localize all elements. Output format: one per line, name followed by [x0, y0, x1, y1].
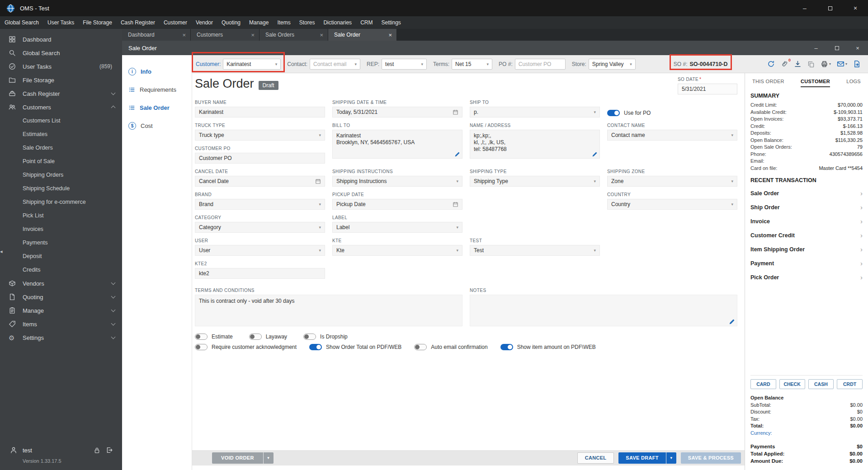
- terms-select[interactable]: Net 15 ▾: [452, 59, 492, 70]
- layaway-toggle[interactable]: [249, 334, 262, 340]
- menu-customer[interactable]: Customer: [164, 19, 187, 26]
- sidebar-item-estimates[interactable]: Estimates: [0, 127, 122, 141]
- download-icon[interactable]: [794, 60, 802, 68]
- recent-item-invoice[interactable]: Invoice›: [750, 214, 863, 228]
- tab-this-order[interactable]: THIS ORDER: [752, 79, 784, 87]
- close-icon[interactable]: ×: [251, 32, 255, 38]
- menu-global-search[interactable]: Global Search: [5, 19, 39, 26]
- edit-icon[interactable]: [592, 151, 598, 157]
- window-minimize-button[interactable]: –: [792, 0, 817, 16]
- notes-textarea[interactable]: [470, 295, 737, 326]
- window-maximize-button[interactable]: [817, 0, 843, 16]
- menu-file-storage[interactable]: File Storage: [83, 19, 112, 26]
- rep-select[interactable]: test ▾: [382, 59, 427, 70]
- customer-select[interactable]: Karinatest ▾: [223, 59, 281, 70]
- subnav-item-requirements[interactable]: Requirements: [122, 80, 192, 99]
- is-dropship-toggle[interactable]: [303, 334, 316, 340]
- calendar-icon[interactable]: [315, 179, 321, 184]
- po-number-input[interactable]: Customer PO: [515, 59, 566, 70]
- kte2-input[interactable]: kte2: [195, 268, 325, 279]
- currency-link[interactable]: Currency:: [750, 430, 772, 437]
- show-item-amount-toggle[interactable]: [500, 344, 513, 350]
- tab-sale-order[interactable]: Sale Order ×: [328, 29, 397, 41]
- crdt-button[interactable]: CRDT: [837, 379, 863, 389]
- shipping-type-select[interactable]: Shipping Type ▾: [470, 176, 600, 187]
- sidebar-item-cash-register[interactable]: Cash Register: [0, 87, 122, 100]
- sidebar-item-sale-orders[interactable]: Sale Orders: [0, 141, 122, 155]
- sidebar-item-payments[interactable]: Payments: [0, 236, 122, 249]
- recent-item-payment[interactable]: Payment›: [750, 256, 863, 270]
- menu-vendor[interactable]: Vendor: [196, 19, 213, 26]
- store-select[interactable]: Spring Valley ▾: [589, 59, 636, 70]
- tab-dashboard[interactable]: Dashboard ×: [122, 29, 191, 41]
- tab-sale-orders[interactable]: Sale Orders ×: [259, 29, 328, 41]
- calendar-icon[interactable]: [453, 202, 458, 207]
- recent-item-item-shipping-order[interactable]: Item Shipping Order›: [750, 242, 863, 256]
- subnav-item-sale-order[interactable]: Sale Order: [122, 99, 192, 117]
- sidebar-item-settings[interactable]: ⚙ Settings: [0, 331, 122, 344]
- export-icon[interactable]: [853, 60, 861, 68]
- customer-po-input[interactable]: Customer PO: [195, 153, 325, 164]
- use-for-po-toggle[interactable]: [607, 110, 620, 116]
- panel-restore-button[interactable]: [826, 41, 847, 55]
- test-select[interactable]: Test ▾: [470, 245, 600, 256]
- sidebar-item-manage[interactable]: Manage: [0, 304, 122, 317]
- sidebar-item-dashboard[interactable]: Dashboard: [0, 33, 122, 46]
- cancel-date-input[interactable]: Cancel Date: [195, 176, 325, 187]
- panel-close-button[interactable]: ×: [847, 41, 868, 55]
- close-icon[interactable]: ×: [320, 32, 323, 38]
- sidebar-item-quoting[interactable]: Quoting: [0, 290, 122, 304]
- sidebar-item-shipping-ecommerce[interactable]: Shipping for e-commerce: [0, 195, 122, 209]
- require-acknowledgment-toggle[interactable]: [195, 344, 208, 350]
- menu-crm[interactable]: CRM: [360, 19, 373, 26]
- tab-logs[interactable]: LOGS: [846, 79, 861, 87]
- name-address-box[interactable]: kp;,kp;, kl, ,l;, ,lk, US, tel: 58487768: [470, 130, 600, 159]
- subnav-item-cost[interactable]: $ Cost: [122, 117, 192, 135]
- terms-conditions-textarea[interactable]: This is contract only - void after 30 da…: [195, 295, 462, 326]
- tab-customer[interactable]: CUSTOMER: [801, 79, 830, 87]
- calendar-icon[interactable]: [453, 109, 458, 115]
- sidebar-item-customers-list[interactable]: Customers List: [0, 114, 122, 127]
- edit-icon[interactable]: [454, 151, 460, 157]
- void-order-dropdown[interactable]: ▾: [264, 452, 274, 464]
- menu-dictionaries[interactable]: Dictionaries: [323, 19, 352, 26]
- card-button[interactable]: CARD: [750, 379, 776, 389]
- category-select[interactable]: Category ▾: [195, 222, 325, 233]
- brand-select[interactable]: Brand ▾: [195, 199, 325, 210]
- show-order-total-toggle[interactable]: [309, 344, 322, 350]
- void-order-button[interactable]: VOID ORDER: [212, 452, 263, 464]
- cash-button[interactable]: CASH: [808, 379, 834, 389]
- recent-item-sale-order[interactable]: Sale Order›: [750, 186, 863, 200]
- contact-select[interactable]: Contact email ▾: [310, 59, 360, 70]
- logout-icon[interactable]: [106, 446, 113, 454]
- menu-quoting[interactable]: Quoting: [222, 19, 241, 26]
- menu-user-tasks[interactable]: User Tasks: [47, 19, 74, 26]
- kte-select[interactable]: Kte ▾: [332, 245, 462, 256]
- country-select[interactable]: Country ▾: [607, 199, 737, 210]
- recent-item-pick-order[interactable]: Pick Order›: [750, 270, 863, 284]
- sidebar-item-invoices[interactable]: Invoices: [0, 222, 122, 236]
- menu-cash-register[interactable]: Cash Register: [121, 19, 155, 26]
- sidebar-item-items[interactable]: Items: [0, 317, 122, 331]
- subnav-item-info[interactable]: i Info: [122, 62, 192, 80]
- attachment-icon[interactable]: 0: [781, 61, 788, 68]
- sidebar-item-vendors[interactable]: Vendors: [0, 277, 122, 290]
- sidebar-item-global-search[interactable]: Global Search: [0, 46, 122, 60]
- sync-icon[interactable]: [767, 60, 775, 68]
- user-select[interactable]: User ▾: [195, 245, 325, 256]
- close-icon[interactable]: ×: [388, 32, 392, 38]
- sidebar-item-pick-list[interactable]: Pick List: [0, 209, 122, 222]
- sidebar-item-shipping-schedule[interactable]: Shipping Schedule: [0, 182, 122, 195]
- menu-settings[interactable]: Settings: [381, 19, 401, 26]
- bill-to-box[interactable]: Karinatest Brooklyn, NY, 5464565767, USA: [332, 130, 462, 159]
- tab-customers[interactable]: Customers ×: [191, 29, 259, 41]
- save-draft-button[interactable]: SAVE DRAFT: [618, 452, 665, 464]
- sidebar-item-file-storage[interactable]: File Storage: [0, 73, 122, 87]
- lock-icon[interactable]: [94, 447, 100, 454]
- shipping-zone-select[interactable]: Zone ▾: [607, 176, 737, 187]
- panel-minimize-button[interactable]: –: [806, 41, 826, 55]
- ship-to-select[interactable]: p. ▾: [470, 107, 600, 118]
- label-select[interactable]: Label ▾: [332, 222, 462, 233]
- print-icon[interactable]: ▾: [821, 60, 831, 68]
- sidebar-item-credits[interactable]: Credits: [0, 263, 122, 277]
